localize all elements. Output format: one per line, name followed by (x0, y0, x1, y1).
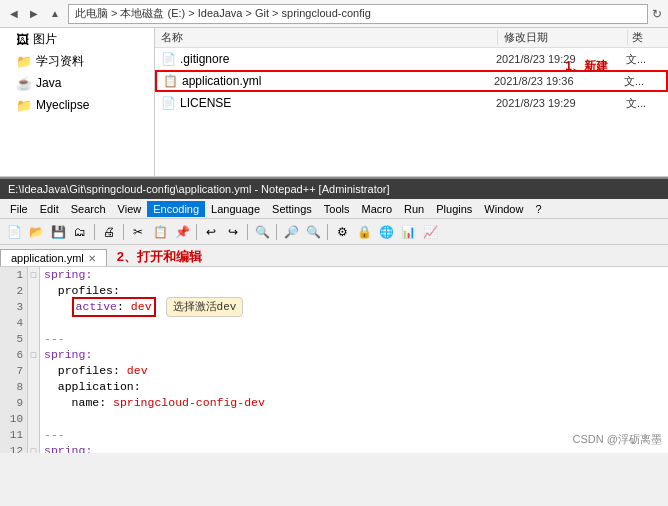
line-num-12: 12 (0, 443, 23, 453)
yml-name: application.yml (182, 74, 261, 88)
menu-plugins[interactable]: Plugins (430, 201, 478, 217)
redo-btn[interactable]: ↪ (223, 222, 243, 242)
menu-help[interactable]: ? (529, 201, 547, 217)
code-line-3: active: dev 选择激活dev (44, 299, 668, 315)
save-btn[interactable]: 💾 (48, 222, 68, 242)
code-line-4 (44, 315, 668, 331)
copy-btn[interactable]: 📋 (150, 222, 170, 242)
fold-9 (28, 395, 39, 411)
zoom-in-btn[interactable]: 🔎 (281, 222, 301, 242)
open-btn[interactable]: 📂 (26, 222, 46, 242)
sidebar-item-study[interactable]: 📁 学习资料 (0, 50, 154, 72)
col-type[interactable]: 类 (628, 30, 668, 45)
line-num-8: 8 (0, 379, 23, 395)
paste-btn[interactable]: 📌 (172, 222, 192, 242)
toolbar-separator-4 (247, 224, 248, 240)
code-line-1: spring: (44, 267, 668, 283)
code-line-10 (44, 411, 668, 427)
tab-label: application.yml (11, 252, 84, 264)
menu-edit[interactable]: Edit (34, 201, 65, 217)
address-path[interactable]: 此电脑 > 本地磁盘 (E:) > IdeaJava > Git > sprin… (68, 4, 648, 24)
menu-language[interactable]: Language (205, 201, 266, 217)
menu-window[interactable]: Window (478, 201, 529, 217)
cut-btn[interactable]: ✂ (128, 222, 148, 242)
sidebar-item-myeclipse[interactable]: 📁 Myeclipse (0, 94, 154, 116)
gitignore-name: .gitignore (180, 52, 229, 66)
up-button[interactable]: ▲ (46, 6, 64, 21)
editor-area: 1 2 3 4 5 6 7 8 9 10 11 12 13 14 15 □ □ (0, 267, 668, 453)
tab-close-icon[interactable]: ✕ (88, 253, 96, 264)
save-all-btn[interactable]: 🗂 (70, 222, 90, 242)
menu-settings[interactable]: Settings (266, 201, 318, 217)
code-line-6: spring: (44, 347, 668, 363)
extra-btn4[interactable]: 📊 (398, 222, 418, 242)
sidebar-label-myeclipse: Myeclipse (36, 98, 89, 112)
undo-btn[interactable]: ↩ (201, 222, 221, 242)
notepad-menubar: File Edit Search View Encoding Language … (0, 199, 668, 219)
line-num-2: 2 (0, 283, 23, 299)
sidebar-item-pictures[interactable]: 🖼 图片 (0, 28, 154, 50)
extra-btn3[interactable]: 🌐 (376, 222, 396, 242)
fold-1[interactable]: □ (28, 267, 39, 283)
menu-file[interactable]: File (4, 201, 34, 217)
menu-macro[interactable]: Macro (355, 201, 398, 217)
fold-8 (28, 379, 39, 395)
menu-run[interactable]: Run (398, 201, 430, 217)
sidebar-label-study: 学习资料 (36, 53, 84, 70)
menu-tools[interactable]: Tools (318, 201, 356, 217)
notepad-window: E:\IdeaJava\Git\springcloud-config\appli… (0, 177, 668, 453)
menu-search[interactable]: Search (65, 201, 112, 217)
gitignore-type: 文... (626, 52, 666, 67)
col-date[interactable]: 修改日期 (498, 30, 628, 45)
fold-11 (28, 427, 39, 443)
zoom-out-btn[interactable]: 🔍 (303, 222, 323, 242)
file-panel: 名称 修改日期 类 📄 .gitignore 2021/8/23 19:29 文… (155, 28, 668, 176)
java-icon: ☕ (16, 76, 32, 91)
yml-type: 文... (624, 74, 664, 89)
yml-icon: 📋 (163, 74, 178, 88)
line-num-4: 4 (0, 315, 23, 331)
step2-annotation: 2、打开和编辑 (117, 248, 202, 266)
notepad-title: E:\IdeaJava\Git\springcloud-config\appli… (8, 183, 390, 195)
refresh-button[interactable]: ↻ (652, 7, 662, 21)
license-icon: 📄 (161, 96, 176, 110)
sidebar-item-java[interactable]: ☕ Java (0, 72, 154, 94)
step1-annotation: 1、新建 (565, 58, 608, 75)
fold-2 (28, 283, 39, 299)
code-line-9: name: springcloud-config-dev (44, 395, 668, 411)
col-name[interactable]: 名称 (155, 30, 498, 45)
fold-12[interactable]: □ (28, 443, 39, 453)
extra-btn1[interactable]: ⚙ (332, 222, 352, 242)
address-bar: ◀ ▶ ▲ 此电脑 > 本地磁盘 (E:) > IdeaJava > Git >… (0, 0, 668, 28)
search-btn[interactable]: 🔍 (252, 222, 272, 242)
license-name: LICENSE (180, 96, 231, 110)
line-num-9: 9 (0, 395, 23, 411)
back-button[interactable]: ◀ (6, 6, 22, 21)
file-row-license[interactable]: 📄 LICENSE 2021/8/23 19:29 文... (155, 92, 668, 114)
fold-7 (28, 363, 39, 379)
code-content[interactable]: spring: profiles: active: dev 选择激活dev --… (40, 267, 668, 453)
tab-application-yml[interactable]: application.yml ✕ (0, 249, 107, 266)
line-num-6: 6 (0, 347, 23, 363)
notepad-titlebar: E:\IdeaJava\Git\springcloud-config\appli… (0, 179, 668, 199)
forward-button[interactable]: ▶ (26, 6, 42, 21)
code-line-5: --- (44, 331, 668, 347)
sidebar-label-pictures: 图片 (33, 31, 57, 48)
fold-6[interactable]: □ (28, 347, 39, 363)
extra-btn2[interactable]: 🔒 (354, 222, 374, 242)
menu-encoding[interactable]: Encoding (147, 201, 205, 217)
line-num-11: 11 (0, 427, 23, 443)
extra-btn5[interactable]: 📈 (420, 222, 440, 242)
license-date: 2021/8/23 19:29 (496, 97, 626, 109)
toolbar-area: 📄 📂 💾 🗂 🖨 ✂ 📋 📌 ↩ ↪ 🔍 🔎 🔍 ⚙ 🔒 🌐 📊 📈 (0, 219, 668, 245)
new-file-btn[interactable]: 📄 (4, 222, 24, 242)
menu-view[interactable]: View (112, 201, 148, 217)
print-btn[interactable]: 🖨 (99, 222, 119, 242)
csdn-watermark: CSDN @浮砺离墨 (573, 432, 662, 447)
fold-10 (28, 411, 39, 427)
myeclipse-icon: 📁 (16, 98, 32, 113)
tab-bar: application.yml ✕ 2、打开和编辑 (0, 245, 668, 267)
toolbar-separator-2 (123, 224, 124, 240)
explorer-content: 🖼 图片 📁 学习资料 ☕ Java 📁 Myeclipse 名称 修改日期 类 (0, 28, 668, 176)
line-num-10: 10 (0, 411, 23, 427)
